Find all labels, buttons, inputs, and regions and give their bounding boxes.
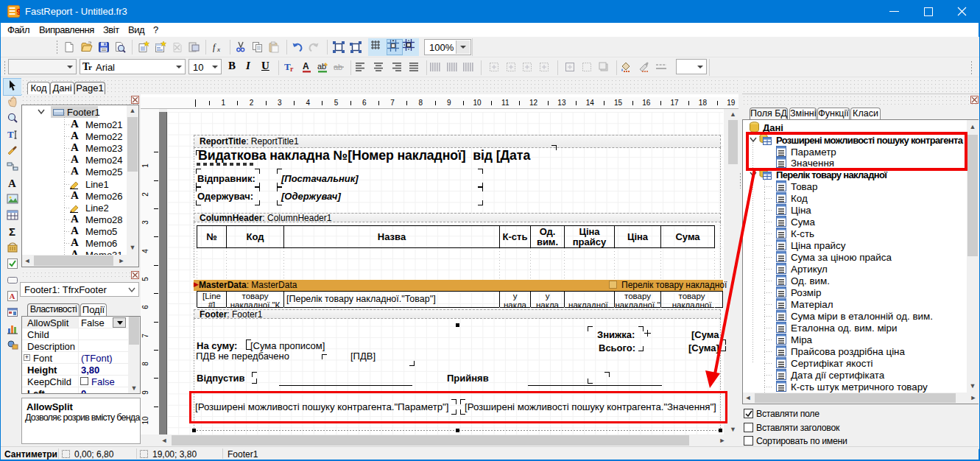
svg-text:A: A bbox=[8, 177, 16, 189]
svg-text:Σ: Σ bbox=[9, 225, 15, 237]
svg-text:A: A bbox=[10, 292, 15, 300]
svg-text:A: A bbox=[303, 61, 309, 71]
svg-text:r: r bbox=[290, 65, 294, 73]
svg-text:T: T bbox=[7, 129, 14, 140]
svg-text:x: x bbox=[216, 46, 220, 53]
svg-text:9: 9 bbox=[17, 7, 21, 16]
svg-text:f: f bbox=[213, 42, 216, 52]
